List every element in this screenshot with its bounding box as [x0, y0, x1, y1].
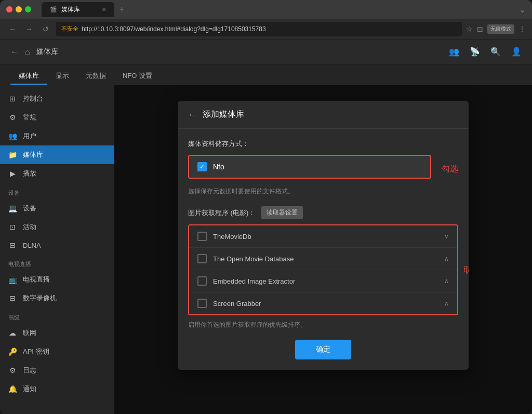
- sidebar-item-api[interactable]: 🔑 API 密钥: [0, 342, 114, 361]
- fetcher-item-screengrabber[interactable]: Screen Grabber ∧: [189, 292, 457, 314]
- sidebar-item-network[interactable]: ☁ 联网: [0, 324, 114, 342]
- reader-settings-button[interactable]: 读取器设置: [261, 206, 303, 219]
- app-back-button[interactable]: ←: [10, 47, 19, 57]
- sidebar-item-general[interactable]: ⚙ 常规: [0, 108, 114, 127]
- dashboard-icon: ⊞: [8, 95, 17, 103]
- sidebar-label-devices: 设备: [23, 204, 36, 213]
- sidebar-item-dlna[interactable]: ⊟ DLNA: [0, 236, 114, 254]
- fetcher-name-screengrabber: Screen Grabber: [213, 300, 438, 308]
- sidebar-item-users[interactable]: 👥 用户: [0, 127, 114, 145]
- title-bar: 🎬 媒体库 ✕ + ⌄: [0, 0, 532, 19]
- sidebar-item-log[interactable]: ⚙ 日志: [0, 361, 114, 380]
- sidebar-label-notify: 通知: [23, 384, 36, 394]
- fetcher-checkbox-themoviedb[interactable]: [197, 232, 207, 241]
- confirm-button[interactable]: 确定: [295, 340, 351, 359]
- address-actions: ☆ ⊡ 无痕模式 ⋮: [466, 24, 526, 34]
- address-bar: ← → ↺ 不安全 http://10.10.3:8097/web/index.…: [0, 19, 532, 39]
- search-header-icon[interactable]: 🔍: [490, 47, 501, 57]
- sidebar-item-dashboard[interactable]: ⊞ 控制台: [0, 89, 114, 108]
- sidebar-label-dlna: DLNA: [23, 242, 41, 249]
- tv-icon: 📺: [8, 275, 17, 284]
- chevron-up-icon-openmovie: ∧: [444, 255, 449, 262]
- sidebar-label-users: 用户: [23, 131, 36, 141]
- nfo-label: Nfo: [213, 163, 224, 171]
- minimize-button[interactable]: [16, 6, 22, 12]
- fetcher-item-openmoviedb[interactable]: The Open Movie Database ∧: [189, 248, 457, 270]
- fetcher-checkbox-embedded[interactable]: [197, 276, 207, 286]
- fetcher-list: TheMovieDb ∨ The Open Movie Database ∧: [188, 224, 458, 315]
- app-header-bar: ← ⌂ 媒体库 👥 📡 🔍 👤: [0, 39, 532, 64]
- app-home-icon[interactable]: ⌂: [25, 47, 30, 57]
- section-label-advanced: 高级: [0, 308, 114, 324]
- tab-close-icon[interactable]: ✕: [102, 7, 106, 12]
- tab-media-library[interactable]: 媒体库: [10, 67, 47, 85]
- fetcher-checkbox-openmoviedb[interactable]: [197, 254, 207, 263]
- fetcher-item-embedded[interactable]: Embedded Image Extractor ∧: [189, 270, 457, 292]
- sidebar-label-activity: 活动: [23, 222, 36, 232]
- url-bar[interactable]: 不安全 http://10.10.3:8097/web/index.html#d…: [56, 22, 462, 36]
- file-format-hint: 选择保存元数据时要使用的文件格式。: [188, 187, 458, 196]
- fetcher-checkbox-screengrabber[interactable]: [197, 299, 207, 308]
- maximize-button[interactable]: [25, 6, 31, 12]
- log-icon: ⚙: [8, 366, 17, 375]
- tab-display[interactable]: 显示: [47, 67, 77, 85]
- network-icon: ☁: [8, 329, 17, 337]
- nfo-annotation: 勾选: [442, 164, 458, 175]
- sidebar-label-general: 常规: [23, 113, 36, 122]
- browser-menu-icon[interactable]: ⌄: [519, 5, 526, 15]
- reload-nav-button[interactable]: ↺: [39, 23, 52, 35]
- close-button[interactable]: [6, 6, 12, 12]
- fetcher-name-themoviedb: TheMovieDb: [213, 233, 438, 241]
- content-area: ← 添加媒体库 媒体资料储存方式： ✓ Nfo: [114, 85, 532, 414]
- sidebar-item-devices[interactable]: 💻 设备: [0, 199, 114, 218]
- activity-icon: ⊡: [8, 223, 17, 231]
- profile-icon[interactable]: ⊡: [477, 25, 483, 33]
- sidebar: ⊞ 控制台 ⚙ 常规 👥 用户 📁 媒体库 ▶ 播放: [0, 85, 114, 414]
- new-tab-button[interactable]: +: [116, 5, 127, 14]
- security-warning: 不安全: [61, 25, 78, 33]
- bookmark-icon[interactable]: ☆: [466, 25, 473, 33]
- sidebar-item-activity[interactable]: ⊡ 活动: [0, 218, 114, 236]
- traffic-lights: [6, 6, 31, 12]
- fetcher-item-themoviedb[interactable]: TheMovieDb ∨: [189, 225, 457, 248]
- playback-icon: ▶: [8, 169, 17, 178]
- general-icon: ⚙: [8, 113, 17, 122]
- cast-header-icon[interactable]: 📡: [470, 47, 480, 57]
- nfo-option-row[interactable]: ✓ Nfo: [188, 155, 431, 179]
- full-layout: ← ⌂ 媒体库 👥 📡 🔍 👤 媒体库 显示 元数据 NFO 设置: [0, 39, 532, 414]
- sidebar-label-log: 日志: [23, 366, 36, 375]
- sidebar-label-media: 媒体库: [23, 150, 43, 159]
- users-icon: 👥: [8, 132, 17, 140]
- dialog-body: 媒体资料储存方式： ✓ Nfo 勾选 选择保存元数据时要使用的文件格式。: [178, 129, 469, 370]
- tab-nfo-settings[interactable]: NFO 设置: [114, 67, 161, 85]
- tab-metadata[interactable]: 元数据: [77, 67, 114, 85]
- browser-options-icon[interactable]: ⋮: [518, 25, 526, 33]
- dvr-icon: ⊟: [8, 294, 17, 302]
- sidebar-item-notify[interactable]: 🔔 通知: [0, 380, 114, 398]
- users-header-icon[interactable]: 👥: [449, 47, 459, 57]
- tab-title: 媒体库: [61, 5, 80, 14]
- sidebar-label-dashboard: 控制台: [23, 94, 43, 103]
- url-text: http://10.10.3:8097/web/index.html#dialo…: [82, 25, 266, 33]
- browser-tab-active[interactable]: 🎬 媒体库 ✕: [42, 2, 114, 17]
- sidebar-item-dvr[interactable]: ⊟ 数字录像机: [0, 289, 114, 308]
- forward-nav-button[interactable]: →: [23, 23, 35, 35]
- api-icon: 🔑: [8, 348, 17, 356]
- dialog-back-button[interactable]: ←: [188, 110, 196, 119]
- unchecked-annotation: 取消勾选: [463, 265, 469, 275]
- section-label-tv: 电视直播: [0, 254, 114, 270]
- profile-header-icon[interactable]: 👤: [511, 47, 522, 57]
- incognito-badge: 无痕模式: [487, 24, 514, 34]
- dialog-title: 添加媒体库: [203, 109, 244, 120]
- sidebar-item-tv[interactable]: 📺 电视直播: [0, 270, 114, 289]
- sidebar-item-media[interactable]: 📁 媒体库: [0, 145, 114, 164]
- nfo-checkbox[interactable]: ✓: [197, 162, 207, 171]
- main-with-sidebar: ⊞ 控制台 ⚙ 常规 👥 用户 📁 媒体库 ▶ 播放: [0, 85, 532, 414]
- fetcher-header: 图片获取程序 (电影)： 读取器设置: [188, 206, 458, 219]
- back-nav-button[interactable]: ←: [6, 23, 19, 35]
- sidebar-label-tv: 电视直播: [23, 275, 50, 284]
- sidebar-item-playback[interactable]: ▶ 播放: [0, 164, 114, 183]
- dlna-icon: ⊟: [8, 241, 17, 249]
- tab-bar: 🎬 媒体库 ✕ +: [42, 2, 515, 17]
- notify-icon: 🔔: [8, 385, 17, 393]
